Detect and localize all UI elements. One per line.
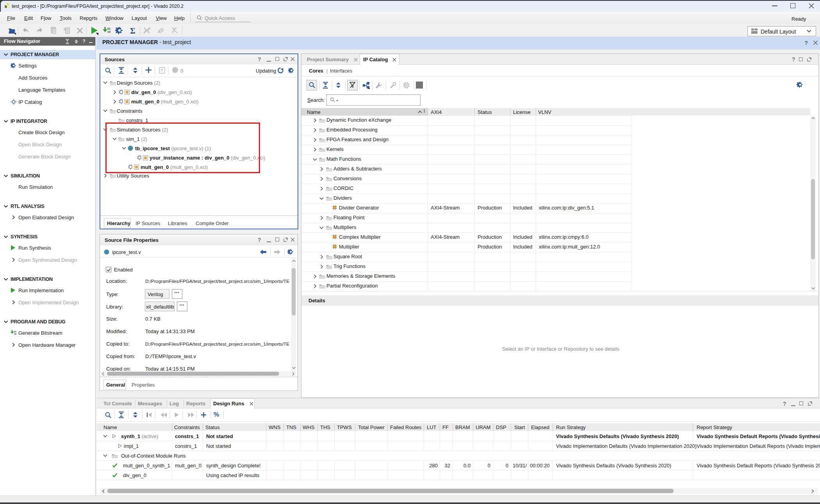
svg-text:?: ? — [161, 69, 163, 73]
svg-text:10: 10 — [107, 30, 111, 33]
svg-text:Σ: Σ — [130, 27, 135, 35]
svg-text:10: 10 — [14, 333, 16, 335]
svg-text:01: 01 — [107, 27, 111, 30]
svg-text:01: 01 — [14, 330, 16, 333]
